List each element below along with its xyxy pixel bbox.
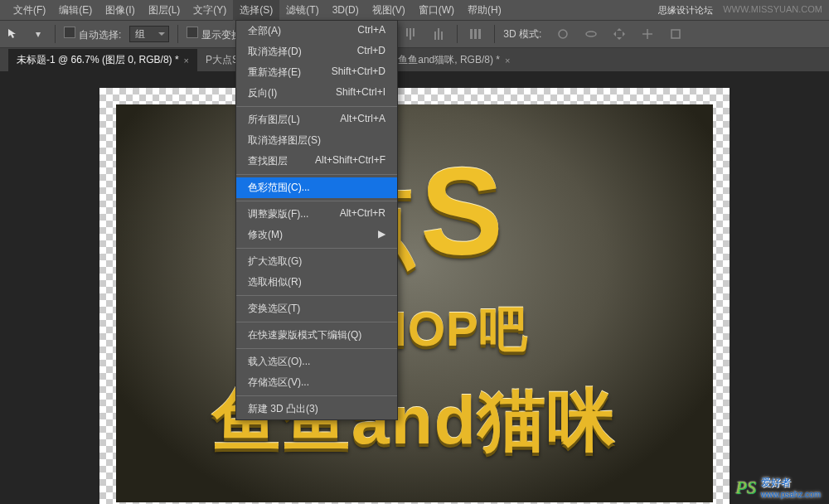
menu-item-label: 载入选区(O)... (248, 355, 310, 369)
watermark-logo: PS (735, 477, 755, 498)
menu-item-label: 取消选择(D) (248, 45, 302, 59)
document-tab-0[interactable]: 未标题-1 @ 66.7% (图层 0, RGB/8) *× (8, 49, 197, 71)
3d-slide-icon[interactable] (638, 24, 657, 44)
svg-rect-15 (434, 32, 436, 40)
menu-item-11[interactable]: 调整蒙版(F)...Alt+Ctrl+R (236, 204, 397, 225)
menu-2[interactable]: 图像(I) (99, 0, 141, 21)
svg-point-21 (559, 30, 567, 38)
menu-item-15[interactable]: 选取相似(R) (236, 272, 397, 293)
menu-item-label: 所有图层(L) (248, 113, 300, 127)
canvas-area: 点S OSHOP吧 鱼鱼and猫咪 (0, 71, 829, 504)
watermark-text: 爱好者 (761, 476, 821, 490)
menu-4[interactable]: 文字(Y) (187, 0, 233, 21)
menu-item-label: 取消选择图层(S) (248, 133, 321, 148)
menu-item-5[interactable]: 所有图层(L)Alt+Ctrl+A (236, 109, 397, 130)
3d-scale-icon[interactable] (666, 24, 686, 44)
menu-item-shortcut: Ctrl+A (357, 24, 385, 38)
menu-item-24[interactable]: 新建 3D 凸出(3) (236, 399, 397, 419)
menu-9[interactable]: 窗口(W) (412, 0, 461, 21)
menu-1[interactable]: 编辑(E) (52, 0, 99, 21)
menubar: 文件(F)编辑(E)图像(I)图层(L)文字(Y)选择(S)滤镜(T)3D(D)… (0, 0, 829, 20)
svg-rect-17 (441, 32, 443, 40)
menu-item-2[interactable]: 重新选择(E)Shift+Ctrl+D (236, 62, 397, 83)
menu-6[interactable]: 滤镜(T) (279, 0, 325, 21)
close-icon[interactable]: × (505, 56, 510, 65)
menu-item-label: 新建 3D 凸出(3) (248, 402, 318, 416)
menu-item-19[interactable]: 在快速蒙版模式下编辑(Q) (236, 325, 397, 346)
menu-item-label: 色彩范围(C)... (248, 181, 310, 195)
svg-rect-20 (478, 29, 481, 39)
menu-item-shortcut: ▶ (378, 228, 385, 242)
menu-item-shortcut: Ctrl+D (357, 45, 385, 59)
select-menu-dropdown: 全部(A)Ctrl+A取消选择(D)Ctrl+D重新选择(E)Shift+Ctr… (235, 20, 398, 420)
menu-item-label: 在快速蒙版模式下编辑(Q) (248, 328, 361, 342)
menu-item-label: 存储选区(V)... (248, 376, 309, 390)
align-icon-6[interactable] (429, 24, 448, 44)
menu-item-label: 调整蒙版(F)... (248, 207, 308, 221)
menu-item-shortcut: Shift+Ctrl+I (336, 86, 385, 100)
menu-0[interactable]: 文件(F) (7, 0, 52, 21)
svg-rect-13 (410, 28, 411, 40)
watermark: PS 爱好者 www.psahz.com (735, 476, 821, 499)
3d-roll-icon[interactable] (581, 24, 601, 44)
tab-label: P大点S (206, 53, 239, 67)
menu-item-14[interactable]: 扩大选取(G) (236, 251, 397, 272)
menu-item-shortcut: Alt+Ctrl+R (340, 207, 385, 221)
menu-3[interactable]: 图层(L) (142, 0, 187, 21)
mode3d-label: 3D 模式: (503, 27, 541, 41)
auto-select-dropdown[interactable]: 组 (129, 26, 169, 42)
3d-pan-icon[interactable] (609, 24, 629, 44)
menu-item-12[interactable]: 修改(M)▶ (236, 225, 397, 245)
menu-item-label: 查找图层 (248, 154, 288, 168)
auto-select-checkbox[interactable]: 自动选择: (64, 27, 121, 42)
options-bar: ▾ 自动选择: 组 显示变换控件 3D 模式: (0, 20, 829, 48)
artwork-image: 点S OSHOP吧 鱼鱼and猫咪 (116, 104, 713, 502)
menu-8[interactable]: 视图(V) (366, 0, 412, 21)
menu-item-6[interactable]: 取消选择图层(S) (236, 130, 397, 151)
menu-item-3[interactable]: 反向(I)Shift+Ctrl+I (236, 83, 397, 104)
svg-rect-16 (438, 28, 439, 40)
distribute-icon-1[interactable] (466, 24, 486, 44)
menu-item-22[interactable]: 存储选区(V)... (236, 372, 397, 393)
svg-rect-14 (413, 28, 414, 36)
menu-item-label: 反向(I) (248, 86, 277, 100)
svg-rect-19 (474, 29, 477, 39)
menu-5[interactable]: 选择(S) (233, 0, 279, 21)
svg-rect-23 (671, 30, 680, 38)
svg-point-22 (586, 32, 596, 36)
menu-item-21[interactable]: 载入选区(O)... (236, 351, 397, 372)
menu-item-shortcut: Alt+Ctrl+A (340, 113, 385, 127)
tab-label: 未标题-1 @ 66.7% (图层 0, RGB/8) * (17, 53, 179, 67)
menu-item-17[interactable]: 变换选区(T) (236, 298, 397, 319)
menu-item-shortcut: Alt+Shift+Ctrl+F (315, 154, 385, 168)
document-tabs: 未标题-1 @ 66.7% (图层 0, RGB/8) *×P大点S×7% (P… (0, 48, 829, 71)
menu-item-shortcut: Shift+Ctrl+D (332, 65, 385, 80)
menu-item-1[interactable]: 取消选择(D)Ctrl+D (236, 41, 397, 62)
3d-orbit-icon[interactable] (553, 24, 573, 44)
watermark-url: www.psahz.com (761, 490, 821, 499)
svg-rect-12 (406, 28, 408, 36)
menu-item-7[interactable]: 查找图层Alt+Shift+Ctrl+F (236, 151, 397, 172)
menu-item-label: 全部(A) (248, 24, 281, 38)
brand-name: 思缘设计论坛 (658, 4, 713, 17)
menu-item-label: 重新选择(E) (248, 65, 301, 80)
brand-url: WWW.MISSYUAN.COM (723, 4, 822, 17)
menu-7[interactable]: 3D(D) (326, 1, 366, 19)
move-tool-icon (5, 26, 22, 42)
align-icon-5[interactable] (400, 24, 420, 44)
close-icon[interactable]: × (184, 56, 189, 65)
dropdown-arrow-icon[interactable]: ▾ (30, 26, 46, 42)
menu-item-label: 修改(M) (248, 228, 283, 242)
menu-item-label: 扩大选取(G) (248, 254, 302, 269)
svg-rect-18 (470, 29, 473, 39)
menu-10[interactable]: 帮助(H) (461, 0, 508, 21)
menu-item-9[interactable]: 色彩范围(C)... (236, 177, 397, 198)
menu-item-0[interactable]: 全部(A)Ctrl+A (236, 21, 397, 41)
menu-item-label: 选取相似(R) (248, 275, 302, 289)
menu-item-label: 变换选区(T) (248, 302, 300, 316)
